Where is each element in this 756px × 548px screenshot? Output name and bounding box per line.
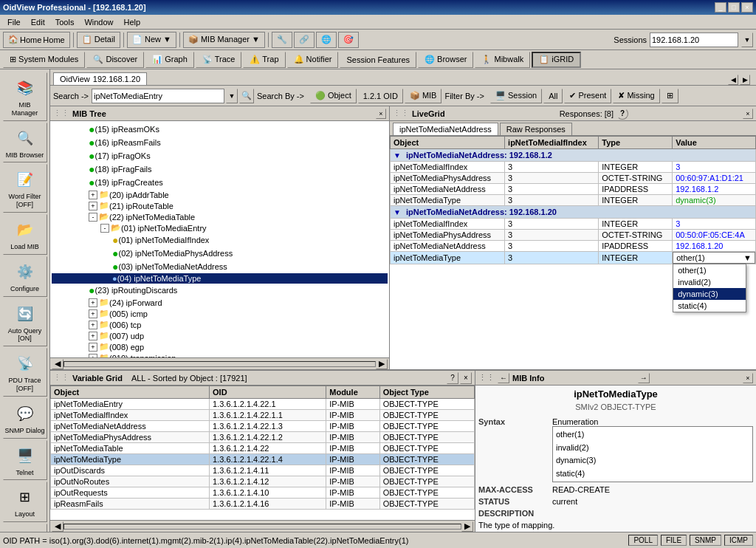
sessions-input[interactable] bbox=[650, 32, 738, 47]
cell-dropdown[interactable]: other(1) ▼ other(1) invalid(2) dynamic(3… bbox=[673, 252, 756, 264]
tree-item[interactable]: + 📁 (21) ipRouteTable bbox=[52, 200, 388, 211]
system-modules-button[interactable]: ⊞ System Modules bbox=[3, 52, 85, 68]
table-row[interactable]: ipNetToMediaTable 1.3.6.1.2.1.4.22 IP-MI… bbox=[51, 443, 475, 454]
tree-item[interactable]: - 📂 (22) ipNetToMediaTable bbox=[52, 211, 388, 222]
table-row[interactable]: ipOutDiscards 1.3.6.1.2.1.4.11 IP-MIB OB… bbox=[51, 465, 475, 476]
livegrid-grid[interactable]: Object ipNetToMediaIfIndex Type Value bbox=[390, 136, 756, 369]
tree-item[interactable]: ● (23) ipRoutingDiscards bbox=[52, 284, 388, 297]
all-filter-button[interactable]: All bbox=[543, 89, 563, 103]
table-row[interactable]: ipOutRequests 1.3.6.1.2.1.4.10 IP-MIB OB… bbox=[51, 487, 475, 499]
sidebar-mib-browser[interactable]: 🔍 MIB Browser bbox=[3, 123, 47, 163]
sidebar-poll-graph[interactable]: 📊 Poll + Graph bbox=[3, 524, 47, 532]
tool2-button[interactable]: 🔗 bbox=[294, 32, 315, 48]
table-row[interactable]: ipNetToMediaNetAddress 1.3.6.1.2.1.4.22.… bbox=[51, 421, 475, 432]
tool4-button[interactable]: 🎯 bbox=[338, 32, 359, 48]
mib-filter-button[interactable]: 📦 MIB bbox=[405, 89, 442, 103]
present-filter-button[interactable]: ✔ Present bbox=[564, 89, 611, 103]
tree-item[interactable]: ● (18) ipFragFails bbox=[52, 162, 388, 176]
sidebar-pdu-trace[interactable]: 📡 PDU Trace [OFF] bbox=[3, 348, 47, 397]
vgrid-col-type[interactable]: Object Type bbox=[379, 386, 474, 399]
close-button[interactable]: × bbox=[741, 2, 753, 13]
dropdown-option-invalid[interactable]: invalid(2) bbox=[673, 276, 746, 288]
sidebar-snmp-dialog[interactable]: 💬 SNMP Dialog bbox=[3, 398, 47, 439]
table-row[interactable]: ipNetToMediaNetAddress 3 IPADDRESS 192.1… bbox=[391, 241, 756, 252]
tree-expander[interactable]: + bbox=[89, 309, 97, 318]
sidebar-configure[interactable]: ⚙️ Configure bbox=[3, 256, 47, 297]
tree-item[interactable]: ● (03) ipNetToMediaNetAddress bbox=[52, 260, 388, 273]
vgrid-col-object[interactable]: Object bbox=[51, 386, 210, 399]
tree-expander[interactable]: + bbox=[89, 332, 97, 340]
menu-window[interactable]: Window bbox=[80, 16, 117, 28]
search-input[interactable] bbox=[92, 89, 224, 103]
tree-item[interactable]: ● (16) ipReasmFails bbox=[52, 136, 388, 149]
mib-info-close-button[interactable]: × bbox=[743, 373, 753, 383]
tree-expander[interactable]: - bbox=[100, 224, 109, 233]
table-row-selected[interactable]: ipNetToMediaType 3 INTEGER other(1) bbox=[391, 252, 756, 264]
table-row[interactable]: ipNetToMediaIfIndex 3 INTEGER 3 bbox=[391, 219, 756, 230]
sidebar-auto-query[interactable]: 🔄 Auto Query [ON] bbox=[3, 298, 47, 347]
notifier-button[interactable]: 🔔 Notifier bbox=[287, 52, 339, 68]
tree-expander[interactable]: - bbox=[89, 213, 97, 222]
tab-prev-button[interactable]: ◀ bbox=[728, 75, 738, 85]
window-controls[interactable]: _ □ × bbox=[715, 2, 753, 13]
search-dropdown-button[interactable]: ▼ bbox=[226, 89, 238, 103]
vgrid-col-oid[interactable]: OID bbox=[210, 386, 326, 399]
tool1-button[interactable]: 🔧 bbox=[272, 32, 292, 48]
vgrid-scroll-right-button[interactable]: ▶ bbox=[461, 521, 473, 532]
tool3-button[interactable]: 🌐 bbox=[316, 32, 337, 48]
scroll-left-button[interactable]: ◀ bbox=[52, 359, 63, 369]
tree-expander[interactable]: + bbox=[89, 343, 97, 352]
igrid-button[interactable]: 📋 iGRID bbox=[532, 52, 581, 68]
help-button[interactable]: ? bbox=[616, 108, 628, 120]
sidebar-mib-manager[interactable]: 📚 MIB Manager bbox=[3, 72, 47, 121]
mib-manager-button[interactable]: 📦 MIB Manager ▼ bbox=[183, 32, 265, 48]
session-features-button[interactable]: Session Features bbox=[340, 52, 416, 68]
col-type[interactable]: Type bbox=[599, 137, 673, 149]
table-row[interactable]: ipNetToMediaIfIndex 3 INTEGER 3 bbox=[391, 162, 756, 173]
tree-h-scroll[interactable]: ◀ ▶ bbox=[50, 357, 389, 369]
tree-expander[interactable]: + bbox=[89, 298, 97, 307]
table-row[interactable]: ipNetToMediaPhysAddress 3 OCTET-STRING 0… bbox=[391, 230, 756, 241]
dropdown-option-other[interactable]: other(1) bbox=[673, 264, 746, 276]
sessions-dropdown-button[interactable]: ▼ bbox=[741, 32, 753, 47]
tree-item-selected[interactable]: ● (04) ipNetToMediaType bbox=[52, 273, 388, 284]
sidebar-telnet[interactable]: 🖥️ Telnet bbox=[3, 440, 47, 481]
tree-item[interactable]: + 📁 (24) ipForward bbox=[52, 297, 388, 308]
variable-grid-scroll[interactable]: Object OID Module Object Type ipNetToMed… bbox=[50, 386, 475, 520]
tree-item[interactable]: + 📁 (007) udp bbox=[52, 330, 388, 341]
tree-expander[interactable]: + bbox=[89, 202, 97, 210]
vgrid-h-scroll[interactable]: ◀ ▶ bbox=[50, 520, 475, 532]
vgrid-col-module[interactable]: Module bbox=[326, 386, 379, 399]
trap-button[interactable]: ⚠️ Trap bbox=[243, 52, 285, 68]
scroll-right-button[interactable]: ▶ bbox=[376, 359, 388, 369]
livegrid-tab-main[interactable]: ipNetToMediaNetAddress bbox=[393, 123, 498, 135]
table-row[interactable]: ipNetToMediaType 3 INTEGER dynamic(3) bbox=[391, 195, 756, 206]
tree-expander[interactable]: + bbox=[89, 321, 97, 329]
mibwalk-button[interactable]: 🚶 Mibwalk bbox=[475, 52, 530, 68]
vgrid-help-button[interactable]: ? bbox=[447, 372, 458, 384]
home-button[interactable]: 🏠 HomeHome bbox=[3, 32, 70, 48]
object-filter-button[interactable]: 🟢 Object bbox=[310, 89, 357, 103]
search-execute-button[interactable]: 🔍 bbox=[239, 89, 254, 103]
sidebar-word-filter[interactable]: 📝 Word Filter [OFF] bbox=[3, 164, 47, 213]
oidview-tab[interactable]: OidView 192.168.1.20 bbox=[53, 72, 147, 85]
detail-button[interactable]: 📋 Detail bbox=[77, 32, 120, 48]
vgrid-close-button[interactable]: × bbox=[460, 372, 472, 384]
mib-tree-scroll[interactable]: ● (15) ipReasmOKs ● (16) ipReasmFails ● … bbox=[50, 121, 389, 357]
menu-edit[interactable]: Edit bbox=[27, 16, 49, 28]
new-button[interactable]: 📄 New ▼ bbox=[127, 32, 176, 48]
vgrid-scroll-track[interactable] bbox=[63, 524, 461, 530]
tree-item[interactable]: + 📁 (006) tcp bbox=[52, 319, 388, 330]
sidebar-load-mib[interactable]: 📂 Load MIB bbox=[3, 214, 47, 255]
missing-filter-button[interactable]: ✘ Missing bbox=[613, 89, 659, 103]
tree-item[interactable]: ● (01) ipNetToMediaIfIndex bbox=[52, 233, 388, 247]
tree-item[interactable]: + 📁 (010) transmission bbox=[52, 352, 388, 357]
tree-item[interactable]: ● (19) ipFragCreates bbox=[52, 176, 388, 189]
graph-button[interactable]: 📊 Graph bbox=[145, 52, 194, 68]
browser-button[interactable]: 🌐 Browser bbox=[418, 52, 473, 68]
table-row[interactable]: ipNetToMediaEntry 1.3.6.1.2.1.4.22.1 IP-… bbox=[51, 399, 475, 410]
menu-tools[interactable]: Tools bbox=[51, 16, 79, 28]
menu-help[interactable]: Help bbox=[120, 16, 145, 28]
tree-item[interactable]: ● (17) ipFragOKs bbox=[52, 149, 388, 162]
maximize-button[interactable]: □ bbox=[728, 2, 740, 13]
